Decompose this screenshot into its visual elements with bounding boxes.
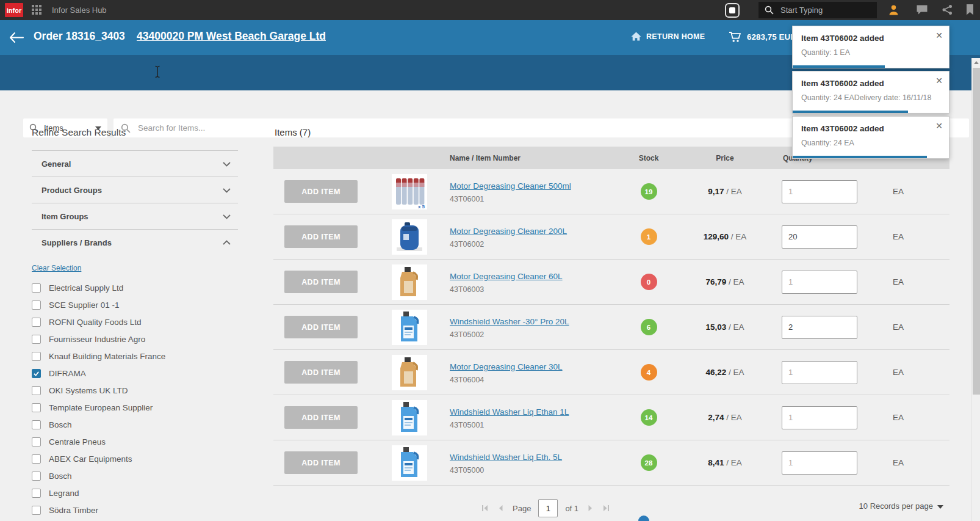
quantity-input[interactable] — [782, 451, 857, 475]
filter-section-item-groups[interactable]: Item Groups — [32, 203, 238, 229]
cart-button[interactable]: 6283,75 EUR — [729, 31, 796, 43]
item-name-link[interactable]: Windshield Washer Liq Eth. 5L — [450, 453, 562, 462]
supplier-filter-sce-supplier-01-1[interactable]: SCE Supplier 01 -1 — [32, 296, 238, 313]
clear-selection-link[interactable]: Clear Selection — [32, 264, 81, 272]
quantity-input[interactable] — [782, 406, 857, 429]
toast-message: Quantity: 1 EA — [801, 48, 940, 57]
item-name-link[interactable]: Motor Degreasing Cleaner 30L — [450, 362, 563, 371]
checkbox[interactable] — [32, 386, 41, 395]
window-indicator-icon[interactable] — [725, 3, 740, 18]
supplier-filter-oki-systems-uk-ltd[interactable]: OKI Systems UK LTD — [32, 382, 238, 399]
checkbox[interactable] — [32, 352, 41, 361]
supplier-filter-rofni-quality-foods-ltd[interactable]: ROFNI Quality Foods Ltd — [32, 313, 238, 330]
checkbox[interactable] — [32, 472, 41, 481]
records-per-page-label: 10 Records per page — [859, 501, 933, 511]
add-item-button[interactable]: ADD ITEM — [284, 316, 358, 338]
checkbox[interactable] — [32, 403, 41, 412]
supplier-label: Electrical Supply Ltd — [49, 283, 123, 293]
checkbox[interactable] — [32, 335, 41, 344]
previous-page-icon[interactable] — [497, 504, 505, 512]
scrollbar-thumb[interactable] — [973, 68, 980, 395]
close-icon[interactable]: ✕ — [935, 121, 943, 131]
first-page-icon[interactable] — [481, 504, 489, 512]
supplier-filter-diframa[interactable]: DIFRAMA — [32, 365, 238, 382]
share-icon[interactable] — [942, 4, 953, 15]
product-image — [392, 445, 427, 481]
toast-notification: Item 43T06002 added✕Quantity: 1 EA — [792, 26, 949, 68]
product-image — [392, 355, 427, 390]
stock-badge: 28 — [641, 454, 657, 471]
quantity-input[interactable] — [782, 180, 857, 203]
page-number-input[interactable] — [538, 499, 558, 517]
filter-section-product-groups[interactable]: Product Groups — [32, 177, 238, 203]
supplier-filter-fournisseur-industrie-agro[interactable]: Fournisseur Industrie Agro — [32, 330, 238, 348]
chat-icon[interactable] — [916, 4, 928, 15]
supplier-filter-s-dra-timber[interactable]: Södra Timber — [32, 501, 238, 519]
checkbox[interactable] — [32, 301, 41, 310]
supplier-filter-legrand[interactable]: Legrand — [32, 484, 238, 501]
chevron-down-icon — [222, 185, 238, 195]
checkbox[interactable] — [32, 489, 41, 498]
close-icon[interactable]: ✕ — [935, 76, 943, 86]
global-search-input[interactable] — [779, 5, 867, 15]
supplier-filter-bosch[interactable]: Bosch — [32, 467, 238, 484]
stock-badge: 4 — [641, 364, 657, 381]
app-grid-icon[interactable] — [32, 5, 42, 15]
caret-down-icon — [937, 505, 943, 509]
add-item-button[interactable]: ADD ITEM — [284, 406, 358, 429]
item-name-link[interactable]: Windshield Washer -30° Pro 20L — [450, 317, 569, 326]
supplier-label: SCE Supplier 01 -1 — [49, 301, 120, 310]
checkbox[interactable] — [32, 420, 41, 429]
product-image — [392, 219, 427, 255]
item-name-link[interactable]: Motor Degreasing Cleaner 60L — [450, 272, 563, 281]
add-item-button[interactable]: ADD ITEM — [284, 225, 358, 248]
bookmark-icon[interactable] — [965, 4, 975, 15]
toast-title: Item 43T06002 added — [801, 34, 940, 43]
add-item-button[interactable]: ADD ITEM — [284, 451, 358, 474]
supplier-label: Legrand — [49, 489, 79, 498]
stock-badge: 0 — [641, 274, 657, 290]
item-number: 43T05000 — [450, 466, 618, 475]
supplier-filter-knauf-building-materials-france[interactable]: Knauf Building Materials France — [32, 348, 238, 365]
supplier-filter-nestl-waters-france[interactable]: Nestlé Waters France — [32, 519, 238, 521]
vertical-scrollbar[interactable] — [971, 58, 980, 521]
quantity-input[interactable] — [782, 316, 857, 339]
checkbox[interactable] — [32, 318, 41, 327]
quantity-input[interactable] — [782, 225, 857, 249]
supplier-filter-bosch[interactable]: Bosch — [32, 416, 238, 433]
item-name-link[interactable]: Motor Degreasing Cleaner 500ml — [450, 181, 571, 191]
checkbox[interactable] — [32, 506, 41, 515]
checkbox[interactable] — [32, 454, 41, 464]
supplier-filter-template-european-supplier[interactable]: Template European Supplier — [32, 399, 238, 416]
records-per-page-dropdown[interactable]: 10 Records per page — [859, 501, 943, 511]
checkbox[interactable] — [32, 437, 41, 446]
last-page-icon[interactable] — [602, 504, 610, 512]
add-item-button[interactable]: ADD ITEM — [284, 361, 358, 384]
item-unit: EA — [877, 232, 949, 241]
supplier-filter-abex-car-equipments[interactable]: ABEX Car Equipments — [32, 450, 238, 467]
item-name-link[interactable]: Motor Degreasing Cleaner 200L — [450, 227, 567, 236]
add-item-button[interactable]: ADD ITEM — [284, 180, 358, 203]
next-page-icon[interactable] — [586, 504, 594, 512]
filter-section-general[interactable]: General — [32, 150, 238, 177]
customer-link[interactable]: 43400020 PM West Beach Garage Ltd — [137, 30, 326, 43]
item-name-link[interactable]: Windshield Washer Liq Ethan 1L — [450, 407, 569, 417]
global-search[interactable] — [758, 2, 877, 18]
close-icon[interactable]: ✕ — [935, 31, 943, 40]
checkbox-checked[interactable] — [32, 369, 41, 378]
quantity-input[interactable] — [782, 271, 857, 294]
add-item-button[interactable]: ADD ITEM — [284, 271, 358, 293]
supplier-filter-centrale-pneus[interactable]: Centrale Pneus — [32, 433, 238, 450]
quantity-input[interactable] — [782, 361, 857, 384]
return-home-button[interactable]: RETURN HOME — [631, 32, 705, 41]
filter-section-label: General — [32, 159, 71, 169]
page-of-label: of 1 — [565, 504, 578, 513]
scrollbar-up-arrow-icon[interactable] — [974, 61, 979, 64]
item-unit: EA — [877, 458, 949, 467]
user-icon[interactable] — [888, 4, 899, 16]
supplier-filter-electrical-supply-ltd[interactable]: Electrical Supply Ltd — [32, 279, 238, 296]
filter-section-suppliers-brands[interactable]: Suppliers / Brands — [32, 229, 238, 255]
checkbox[interactable] — [32, 283, 41, 293]
supplier-label: ROFNI Quality Foods Ltd — [49, 318, 142, 327]
back-arrow-icon[interactable] — [9, 31, 25, 44]
